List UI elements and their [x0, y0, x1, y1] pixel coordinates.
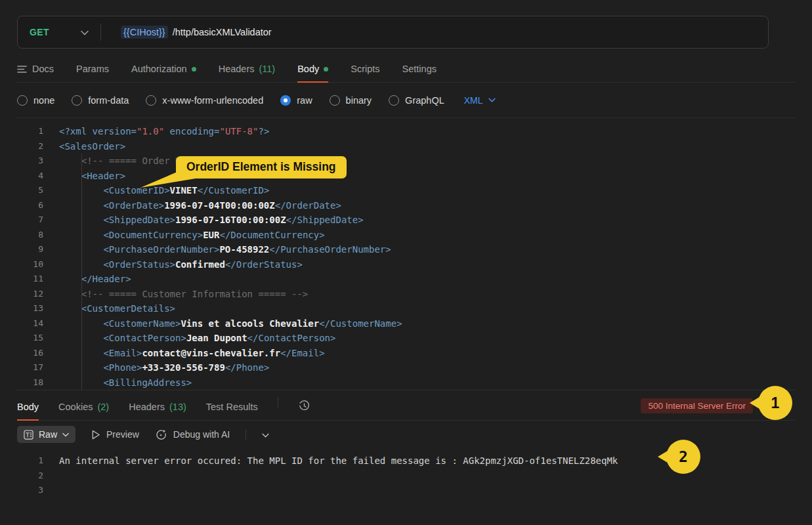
code-text: <DocumentCurrency>EUR</DocumentCurrency> — [59, 228, 325, 243]
request-tabs: DocsParamsAuthorizationHeaders(11)BodySc… — [17, 58, 795, 83]
line-number: 10 — [17, 257, 43, 272]
tab-body[interactable]: Body — [297, 64, 328, 83]
line-number: 2 — [17, 469, 43, 484]
code-text: <PurchaseOrderNumber>PO-458922</Purchase… — [59, 242, 391, 257]
tab-count: (11) — [259, 64, 275, 74]
code-text: <Email>contact@vins-chevalier.fr</Email> — [59, 346, 325, 361]
code-line[interactable]: 9 <PurchaseOrderNumber>PO-458922</Purcha… — [17, 242, 795, 257]
code-line[interactable]: 10 <OrderStatus>Confirmed</OrderStatus> — [17, 257, 795, 272]
language-selector[interactable]: XML — [464, 95, 496, 106]
radio-icon[interactable] — [330, 95, 340, 106]
line-number: 2 — [17, 139, 43, 154]
response-tab-headers[interactable]: Headers(13) — [129, 402, 186, 420]
mode-label: raw — [297, 95, 312, 106]
radio-icon[interactable] — [72, 95, 82, 106]
language-label[interactable]: XML — [464, 95, 483, 106]
code-line[interactable]: 6 <OrderDate>1996-07-04T00:00:00Z</Order… — [17, 198, 795, 213]
body-mode-graphql[interactable]: GraphQL — [389, 95, 444, 106]
annotation-2: 2 — [666, 440, 700, 474]
tab-docs[interactable]: Docs — [17, 64, 54, 82]
code-text: <?xml version="1.0" encoding="UTF-8"?> — [59, 124, 269, 139]
url-input[interactable]: {{CIHost}} /http/basicXMLValidator — [101, 26, 272, 39]
body-mode-raw[interactable]: raw — [280, 95, 312, 106]
line-number: 7 — [17, 213, 43, 228]
code-line[interactable]: 5 <CustomerID>VINET</CustomerID> — [17, 183, 795, 198]
code-line[interactable]: 12 <!-- ===== Customer Information =====… — [17, 287, 795, 302]
response-tabs: BodyCookies(2)Headers(13)Test Results 50… — [17, 390, 795, 421]
code-line[interactable]: 2<SalesOrder> — [17, 139, 795, 154]
history-icon[interactable] — [298, 400, 310, 420]
code-line[interactable]: 18 <BillingAddress> — [17, 375, 795, 390]
code-line[interactable]: 11 </Header> — [17, 272, 795, 287]
line-number: 3 — [17, 154, 43, 169]
response-tab-test-results[interactable]: Test Results — [206, 402, 258, 420]
line-number: 1 — [17, 124, 43, 139]
tab-label: Scripts — [351, 64, 379, 74]
response-line[interactable]: 3 — [17, 483, 795, 498]
code-line[interactable]: 1<?xml version="1.0" encoding="UTF-8"?> — [17, 124, 795, 139]
line-number: 9 — [17, 242, 43, 257]
chevron-down-icon[interactable] — [81, 26, 89, 38]
line-number: 17 — [17, 360, 43, 375]
code-line[interactable]: 17 <Phone>+33-320-556-789</Phone> — [17, 360, 795, 375]
code-line[interactable]: 3 <!-- ===== Order Header ===== --> — [17, 154, 795, 169]
code-line[interactable]: 16 <Email>contact@vins-chevalier.fr</Ema… — [17, 346, 795, 361]
code-line[interactable]: 14 <CustomerName>Vins et alcools Chevali… — [17, 316, 795, 331]
debug-label: Debug with AI — [173, 429, 230, 440]
mode-label: form-data — [88, 95, 129, 106]
code-line[interactable]: 4 <Header> — [17, 169, 795, 184]
radio-icon[interactable] — [17, 95, 28, 106]
body-mode-none[interactable]: none — [17, 95, 54, 106]
debug-with-ai-button[interactable]: Debug with AI — [155, 429, 230, 441]
code-text: <OrderStatus>Confirmed</OrderStatus> — [59, 257, 303, 272]
line-number: 16 — [17, 346, 43, 361]
raw-text-icon — [24, 430, 33, 440]
raw-view-button[interactable]: Raw — [17, 426, 75, 443]
tab-headers[interactable]: Headers(11) — [219, 64, 276, 82]
tab-authorization[interactable]: Authorization — [131, 64, 196, 82]
line-number: 14 — [17, 316, 43, 331]
line-number: 1 — [17, 453, 43, 469]
code-text: <OrderDate>1996-07-04T00:00:00Z</OrderDa… — [59, 198, 341, 213]
callout-orderid-missing: OrderID Element is Missing — [176, 156, 347, 178]
tab-label: Test Results — [206, 402, 258, 412]
status-badge: 500 Internal Server Error — [641, 398, 753, 413]
line-number: 5 — [17, 183, 43, 198]
body-mode-x-www-form-urlencoded[interactable]: x-www-form-urlencoded — [146, 95, 263, 106]
status-dot — [192, 67, 196, 72]
tab-settings[interactable]: Settings — [402, 64, 437, 82]
raw-label: Raw — [39, 429, 57, 440]
line-number: 15 — [17, 331, 43, 346]
line-number: 6 — [17, 198, 43, 213]
environment-variable[interactable]: {{CIHost}} — [121, 26, 168, 39]
mode-label: GraphQL — [405, 95, 444, 106]
preview-button[interactable]: Preview — [91, 429, 139, 440]
line-number: 13 — [17, 301, 43, 316]
code-text: <ContactPerson>Jean Dupont</ContactPerso… — [59, 331, 335, 346]
body-mode-binary[interactable]: binary — [330, 95, 372, 106]
response-tab-body[interactable]: Body — [17, 402, 39, 421]
response-tab-cookies[interactable]: Cookies(2) — [58, 402, 109, 420]
code-line[interactable]: 7 <ShippedDate>1996-07-16T00:00:00Z</Shi… — [17, 213, 795, 228]
tab-label: Headers — [219, 64, 255, 74]
radio-icon[interactable] — [146, 95, 156, 106]
line-number: 12 — [17, 287, 43, 302]
divider — [278, 397, 278, 408]
tab-label: Headers — [129, 402, 165, 412]
url-path[interactable]: /http/basicXMLValidator — [173, 27, 272, 37]
tab-scripts[interactable]: Scripts — [351, 64, 379, 82]
mode-label: none — [33, 95, 54, 106]
code-line[interactable]: 8 <DocumentCurrency>EUR</DocumentCurrenc… — [17, 228, 795, 243]
body-mode-form-data[interactable]: form-data — [72, 95, 129, 106]
code-text: <Header> — [59, 169, 125, 184]
radio-icon[interactable] — [280, 95, 291, 106]
method-selector[interactable]: GET — [18, 27, 49, 37]
chevron-down-icon[interactable] — [262, 429, 269, 440]
radio-icon[interactable] — [389, 95, 399, 106]
status-dot — [324, 67, 328, 72]
code-line[interactable]: 15 <ContactPerson>Jean Dupont</ContactPe… — [17, 331, 795, 346]
tab-params[interactable]: Params — [76, 64, 109, 82]
response-body-editor[interactable]: 2 1An internal server error occured: The… — [17, 448, 795, 498]
code-line[interactable]: 13 <CustomerDetails> — [17, 301, 795, 316]
request-body-editor[interactable]: OrderID Element is Missing 1<?xml versio… — [17, 118, 795, 390]
